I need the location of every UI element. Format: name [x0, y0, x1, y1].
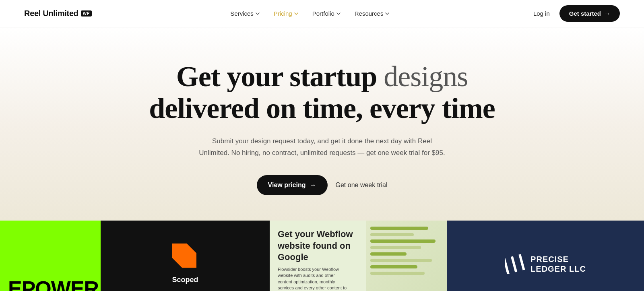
- scoped-label: Scoped: [172, 276, 198, 284]
- nav-label-pricing: Pricing: [274, 10, 292, 17]
- chevron-down-icon: [255, 11, 260, 16]
- login-link[interactable]: Log in: [528, 7, 555, 20]
- chevron-down-icon-portfolio: [336, 11, 341, 16]
- hero-title: Get your startup designs delivered on ti…: [149, 61, 495, 124]
- view-pricing-label: View pricing: [268, 182, 306, 189]
- nav-label-services: Services: [230, 10, 254, 17]
- scoped-logo-icon: [172, 244, 198, 269]
- logo[interactable]: Reel Unlimited WP: [24, 9, 92, 18]
- hero-subtitle: Submit your design request today, and ge…: [197, 136, 447, 159]
- precise-name-line1: PRECISE: [530, 254, 586, 264]
- view-pricing-button[interactable]: View pricing →: [257, 175, 328, 195]
- portfolio-strip: EPOWER Scoped Get your Webflow website f…: [0, 221, 644, 291]
- portfolio-card-precise[interactable]: PRECISE LEDGER LLC: [447, 221, 644, 291]
- precise-name-line2: LEDGER LLC: [530, 264, 586, 274]
- portfolio-card-scoped[interactable]: Scoped: [101, 221, 270, 291]
- nav-item-services[interactable]: Services: [225, 7, 266, 20]
- nav-item-pricing[interactable]: Pricing: [268, 7, 304, 20]
- logo-badge: WP: [81, 10, 92, 17]
- nav-links: Services Pricing Portfolio Resources: [225, 7, 395, 20]
- hero-cta: View pricing → Get one week trial: [257, 175, 388, 195]
- svg-rect-0: [505, 258, 510, 274]
- svg-rect-1: [511, 256, 517, 272]
- svg-rect-2: [518, 254, 525, 270]
- trial-link[interactable]: Get one week trial: [336, 182, 388, 189]
- portfolio-card-green[interactable]: EPOWER: [0, 221, 101, 291]
- nav-label-resources: Resources: [355, 10, 384, 17]
- arrow-right-icon: →: [310, 182, 316, 189]
- flowsider-sub: Flowsider boosts your Webflow website wi…: [278, 266, 350, 291]
- navbar: Reel Unlimited WP Services Pricing Portf…: [0, 0, 644, 27]
- flowsider-headline: Get your Webflow website found on Google: [278, 229, 358, 263]
- chevron-down-icon-pricing: [294, 11, 299, 16]
- get-started-button[interactable]: Get started →: [559, 5, 620, 22]
- chevron-down-icon-resources: [385, 11, 390, 16]
- flowsider-content: Get your Webflow website found on Google…: [270, 221, 447, 291]
- nav-item-portfolio[interactable]: Portfolio: [307, 7, 347, 20]
- arrow-icon: →: [604, 10, 610, 17]
- flowsider-deco: [366, 221, 447, 291]
- precise-ledger-icon: [505, 254, 525, 274]
- hero-section: Get your startup designs delivered on ti…: [0, 27, 644, 221]
- epower-text: EPOWER: [8, 278, 99, 291]
- portfolio-card-flowsider[interactable]: Get your Webflow website found on Google…: [270, 221, 447, 291]
- nav-right: Log in Get started →: [528, 5, 620, 22]
- get-started-label: Get started: [569, 10, 601, 17]
- nav-item-resources[interactable]: Resources: [349, 7, 396, 20]
- nav-label-portfolio: Portfolio: [312, 10, 334, 17]
- logo-text: Reel Unlimited: [24, 9, 78, 18]
- precise-logo-area: PRECISE LEDGER LLC: [505, 254, 586, 274]
